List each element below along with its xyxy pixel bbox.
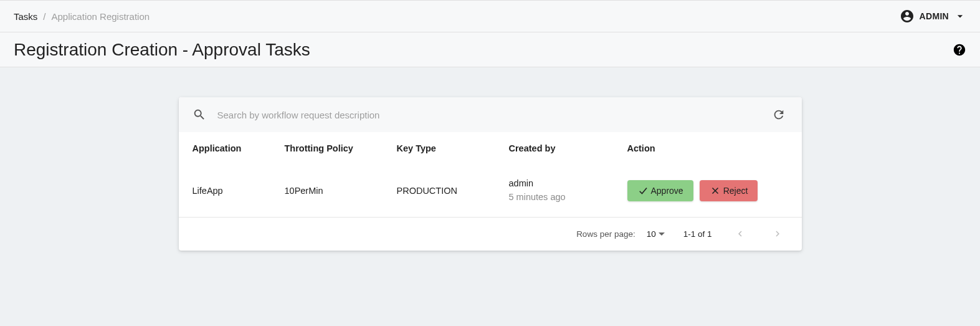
tasks-table: Application Throtting Policy Key Type Cr…: [179, 132, 802, 217]
approve-label: Approve: [651, 186, 683, 196]
title-bar: Registration Creation - Approval Tasks: [0, 32, 980, 67]
close-icon: [710, 185, 721, 196]
dropdown-arrow-icon: [659, 233, 665, 236]
breadcrumb-separator: /: [43, 11, 45, 22]
tasks-card: Application Throtting Policy Key Type Cr…: [179, 97, 802, 251]
cell-key-type: PRODUCTION: [392, 186, 504, 196]
col-header-throtting-policy: Throtting Policy: [280, 143, 392, 153]
col-header-application: Application: [188, 143, 280, 153]
next-page-button[interactable]: [768, 224, 787, 243]
breadcrumb-bar: Tasks / Application Registration ADMIN: [0, 0, 980, 32]
rows-per-page-value: 10: [647, 229, 656, 239]
reject-button[interactable]: Reject: [700, 180, 758, 201]
cell-application: LifeApp: [188, 186, 280, 196]
breadcrumb: Tasks / Application Registration: [14, 11, 150, 22]
breadcrumb-leaf: Application Registration: [52, 11, 150, 22]
refresh-button[interactable]: [769, 105, 788, 124]
col-header-key-type: Key Type: [392, 143, 504, 153]
table-header: Application Throtting Policy Key Type Cr…: [179, 132, 802, 165]
col-header-action: Action: [622, 143, 793, 153]
content-area: Application Throtting Policy Key Type Cr…: [0, 67, 980, 251]
user-name: ADMIN: [920, 11, 949, 21]
search-bar: [179, 97, 802, 132]
rows-per-page: Rows per page: 10: [576, 229, 665, 239]
chevron-down-icon: [954, 10, 966, 22]
col-header-created-by: Created by: [504, 143, 622, 153]
cell-throtting-policy: 10PerMin: [280, 186, 392, 196]
cell-created-by: admin 5 minutes ago: [504, 177, 622, 204]
refresh-icon: [772, 108, 786, 122]
approve-button[interactable]: Approve: [627, 180, 693, 201]
help-icon[interactable]: [953, 43, 966, 57]
reject-label: Reject: [723, 186, 748, 196]
cell-action: Approve Reject: [622, 180, 793, 201]
created-by-user: admin: [509, 177, 617, 191]
created-by-when: 5 minutes ago: [509, 191, 617, 204]
page-title: Registration Creation - Approval Tasks: [14, 40, 310, 60]
check-icon: [637, 185, 649, 196]
account-circle-icon: [900, 9, 915, 24]
breadcrumb-root[interactable]: Tasks: [14, 11, 37, 22]
chevron-left-icon: [735, 228, 746, 239]
user-menu[interactable]: ADMIN: [900, 9, 966, 24]
rows-per-page-select[interactable]: 10: [647, 229, 665, 239]
search-input[interactable]: [217, 110, 758, 120]
chevron-right-icon: [772, 228, 783, 239]
search-icon: [193, 108, 206, 122]
table-footer: Rows per page: 10 1-1 of 1: [179, 217, 802, 251]
page-range: 1-1 of 1: [683, 229, 712, 239]
rows-per-page-label: Rows per page:: [576, 229, 635, 239]
table-row: LifeApp 10PerMin PRODUCTION admin 5 minu…: [179, 165, 802, 217]
prev-page-button[interactable]: [731, 224, 749, 243]
